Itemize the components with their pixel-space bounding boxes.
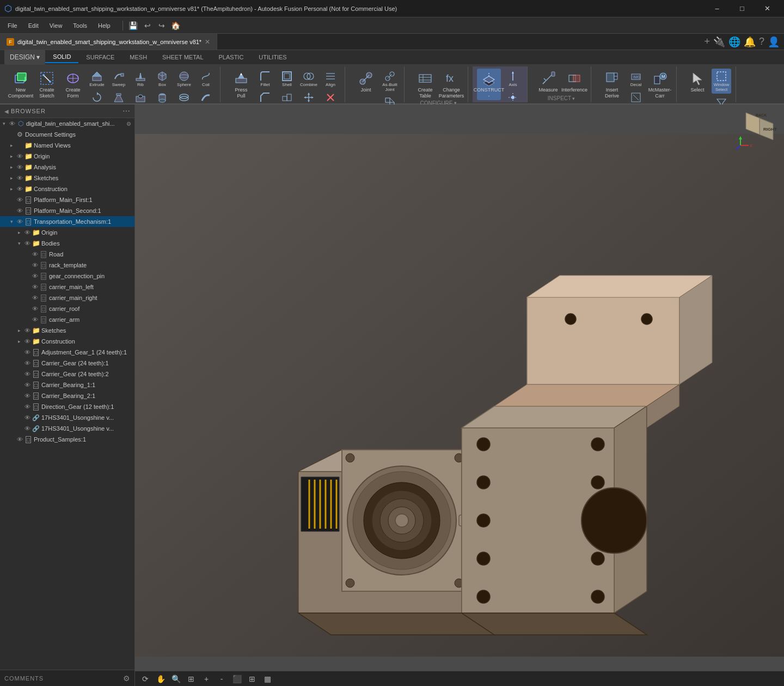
eye-construction-1[interactable]: 👁: [15, 184, 24, 194]
eye-gear-pin[interactable]: 👁: [30, 271, 39, 281]
eye-carrier-right[interactable]: 👁: [30, 293, 39, 303]
eye-17hs2[interactable]: 👁: [23, 424, 32, 433]
tab-plastic[interactable]: PLASTIC: [211, 52, 252, 63]
tree-sketches-1[interactable]: 👁 📁 Sketches: [0, 173, 134, 183]
close-button[interactable]: ✕: [755, 0, 780, 17]
eye-rack[interactable]: 👁: [30, 260, 39, 270]
tree-arrow-root[interactable]: [0, 119, 8, 128]
tree-platform-main-first[interactable]: 👁 □ Platform_Main_First:1: [0, 194, 134, 205]
select-button[interactable]: Select: [685, 69, 709, 94]
eye-dg[interactable]: 👁: [23, 402, 32, 412]
insert-derive-button[interactable]: InsertDerive: [600, 69, 624, 100]
eye-adj-gear[interactable]: 👁: [23, 347, 32, 357]
box-button[interactable]: Box: [152, 69, 172, 89]
eye-sketches-1[interactable]: 👁: [15, 173, 24, 183]
save-icon[interactable]: 💾: [127, 20, 139, 32]
tree-arrow-origin-1[interactable]: [8, 151, 15, 161]
eye-carrier-left[interactable]: 👁: [30, 282, 39, 292]
tree-bodies[interactable]: 👁 📁 Bodies: [0, 238, 134, 249]
tree-arrow-origin-tm[interactable]: [15, 228, 23, 237]
create-sketch-button[interactable]: CreateSketch: [35, 69, 59, 100]
tab-mesh[interactable]: MESH: [122, 52, 155, 63]
tree-named-views[interactable]: 📁 Named Views: [0, 140, 134, 151]
undo-icon[interactable]: ↩: [142, 20, 154, 32]
tree-carrier-bearing-1[interactable]: 👁 □ Carrier_Bearing_1:1: [0, 379, 134, 390]
sweep-button[interactable]: Sweep: [109, 69, 128, 89]
browser-button[interactable]: 🌐: [728, 36, 740, 48]
tab-sheet-metal[interactable]: SHEET METAL: [155, 52, 211, 63]
eye-bodies[interactable]: 👁: [23, 238, 32, 248]
eye-17hs1[interactable]: 👁: [23, 413, 32, 422]
tree-carrier-bearing-2[interactable]: 👁 □ Carrier_Bearing_2:1: [0, 390, 134, 401]
tree-arrow-analysis[interactable]: [8, 162, 15, 172]
tree-platform-main-second[interactable]: 👁 □ Platform_Main_Second:1: [0, 205, 134, 216]
tree-construction-1[interactable]: 👁 📁 Construction: [0, 183, 134, 194]
tree-carrier-gear-2[interactable]: 👁 □ Carrier_Gear (24 teeth):2: [0, 369, 134, 379]
orbit-icon[interactable]: ⟳: [139, 673, 151, 685]
tree-body-carrier-right[interactable]: 👁 □ carrier_main_right: [0, 292, 134, 303]
tree-body-road[interactable]: 👁 □ Road: [0, 249, 134, 260]
account-icon[interactable]: 👤: [768, 36, 780, 48]
tree-origin-tm[interactable]: 👁 📁 Origin: [0, 227, 134, 238]
menu-view[interactable]: View: [44, 20, 68, 31]
eye-analysis[interactable]: 👁: [15, 162, 24, 172]
eye-road[interactable]: 👁: [30, 249, 39, 259]
eye-ps[interactable]: 👁: [15, 434, 24, 444]
align-button[interactable]: Align: [321, 69, 340, 89]
display-settings-icon[interactable]: ⬛: [231, 673, 243, 685]
eye-cg2[interactable]: 👁: [23, 369, 32, 379]
tab-utilities[interactable]: UTILITIES: [251, 52, 294, 63]
tree-body-rack[interactable]: 👁 □ rack_template: [0, 260, 134, 271]
fit-window-icon[interactable]: ⊞: [185, 673, 197, 685]
extrude-button[interactable]: Extrude: [87, 69, 107, 89]
tree-arrow-bodies[interactable]: [15, 238, 23, 248]
measure-button[interactable]: Measure: [536, 69, 560, 94]
tree-17hs-2[interactable]: 👁 🔗 17HS3401_Usongshine v...: [0, 423, 134, 434]
pan-icon[interactable]: ✋: [155, 673, 167, 685]
as-built-joint-button[interactable]: As-BuiltJoint: [380, 69, 400, 94]
view-type-icon[interactable]: ▦: [261, 673, 273, 685]
tree-transportation-mechanism[interactable]: 👁 □ Transportation_Mechanism:1: [0, 216, 134, 227]
browser-collapse-icon[interactable]: ◀: [4, 108, 9, 114]
tab-close-button[interactable]: ✕: [205, 38, 210, 46]
browser-options-icon[interactable]: ⋯: [122, 107, 130, 115]
notifications-button[interactable]: 🔔: [744, 36, 756, 48]
tree-arrow-construction-1[interactable]: [8, 184, 15, 194]
viewport[interactable]: RIGHT BACK X ⟳ ✋ 🔍 ⊞ + - ⬛ ⊞ ▦: [135, 105, 784, 686]
eye-cb1[interactable]: 👁: [23, 380, 32, 390]
tree-arrow-construction-tm[interactable]: [15, 336, 23, 346]
interference-button[interactable]: Interference: [562, 69, 586, 94]
fillet-button[interactable]: Fillet: [255, 69, 275, 89]
eye-origin-tm[interactable]: 👁: [23, 228, 32, 237]
eye-carrier-arm[interactable]: 👁: [30, 315, 39, 324]
eye-origin-1[interactable]: 👁: [15, 151, 24, 161]
eye-root[interactable]: 👁: [8, 119, 16, 128]
assemble-joint-button[interactable]: Joint: [354, 69, 378, 94]
tree-body-carrier-left[interactable]: 👁 □ carrier_main_left: [0, 281, 134, 292]
eye-carrier-roof[interactable]: 👁: [30, 304, 39, 314]
inspect-dropdown-icon[interactable]: ▾: [572, 96, 575, 101]
grid-icon[interactable]: ⊞: [246, 673, 258, 685]
insert-mcmaster-button[interactable]: M McMaster-Carr: [648, 69, 672, 100]
tree-construction-tm[interactable]: 👁 📁 Construction: [0, 336, 134, 347]
eye-cg1[interactable]: 👁: [23, 358, 32, 368]
press-pull-button[interactable]: PressPull: [229, 69, 253, 100]
tree-direction-gear[interactable]: 👁 □ Direction_Gear (12 teeth):1: [0, 401, 134, 412]
eye-pmf[interactable]: 👁: [15, 195, 24, 205]
tree-arrow-sketches-1[interactable]: [8, 173, 15, 183]
construct-axis-button[interactable]: Axis: [503, 69, 523, 89]
coil-button[interactable]: Coil: [196, 69, 216, 89]
shell-button[interactable]: Shell: [277, 69, 297, 89]
tree-arrow-named-views[interactable]: [8, 140, 15, 150]
tree-document-settings[interactable]: ⚙ Document Settings: [0, 129, 134, 140]
root-settings-icon[interactable]: ⚙: [126, 121, 134, 127]
new-tab-button[interactable]: +: [704, 36, 710, 47]
extensions-button[interactable]: 🔌: [713, 36, 725, 48]
tree-root[interactable]: 👁 ⬡ digital_twin_enabled_smart_shi... ⚙: [0, 118, 134, 129]
eye-construction-tm[interactable]: 👁: [23, 336, 32, 346]
tree-carrier-gear-1[interactable]: 👁 □ Carrier_Gear (24 teeth):1: [0, 358, 134, 369]
minimize-button[interactable]: –: [705, 0, 730, 17]
maximize-button[interactable]: □: [730, 0, 755, 17]
new-component-button[interactable]: NewComponent: [9, 69, 33, 100]
create-form-button[interactable]: CreateForm: [61, 69, 85, 100]
